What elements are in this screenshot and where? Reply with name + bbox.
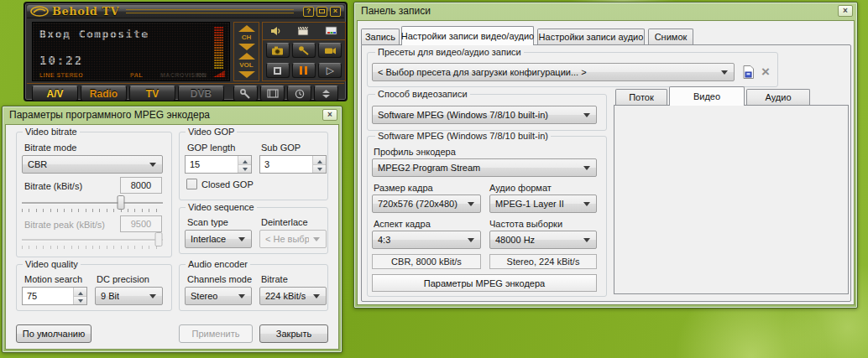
combo-value: MPEG2 Program Stream — [378, 163, 480, 173]
audio-bitrate-combo[interactable]: 224 kBit/s — [259, 287, 327, 305]
snapshot-button[interactable] — [266, 43, 290, 58]
lcd-input-text: Вход Composite — [39, 28, 149, 40]
mpeg-params-button[interactable]: Параметры MPEG энкодера — [372, 274, 597, 292]
deinterlace-combo: < Не выбра — [259, 230, 327, 248]
stop-button[interactable] — [266, 63, 290, 78]
apply-button: Применить — [179, 324, 253, 343]
spinner-buttons[interactable] — [73, 288, 86, 304]
spinner-value: 3 — [260, 156, 312, 173]
video-record-button[interactable] — [318, 43, 342, 58]
mode-button-tv[interactable]: TV — [129, 86, 175, 101]
group-caption: Video GOP — [186, 127, 237, 137]
close-button[interactable]: × — [838, 5, 853, 17]
closed-gop-checkbox[interactable] — [186, 179, 197, 189]
mode-button-dvb[interactable]: DVB — [178, 86, 224, 101]
slider-handle[interactable] — [117, 195, 124, 210]
close-dialog-button[interactable]: Закрыть — [259, 324, 328, 343]
record-panel-titlebar[interactable]: Панель записи × — [354, 3, 857, 19]
volume-down-button[interactable] — [238, 71, 255, 78]
save-preset-icon[interactable] — [741, 65, 756, 80]
tab-record[interactable]: Запись — [361, 29, 400, 44]
bitrate-peak-label: Bitrate peak (kBit/s) — [24, 220, 105, 230]
tab-snapshot[interactable]: Снимок — [648, 29, 693, 44]
scheduler-button[interactable] — [287, 86, 311, 101]
behold-tv-logo-icon — [30, 6, 49, 17]
sub-gop-spinner[interactable]: 3 — [259, 155, 327, 174]
minimize-button[interactable] — [316, 7, 327, 17]
titlebar-decor-lines — [126, 9, 294, 13]
up-down-arrows-icon — [322, 89, 331, 99]
dc-precision-combo[interactable]: 9 Bit — [95, 287, 163, 305]
preset-combo[interactable]: < Выбор пресета для загрузки конфигураци… — [372, 63, 735, 81]
mode-button-radio[interactable]: Radio — [81, 86, 127, 101]
button-label: Применить — [192, 329, 240, 339]
pause-button[interactable] — [292, 63, 316, 78]
minimize-icon — [319, 9, 325, 13]
camcorder-icon — [324, 46, 337, 55]
subtab-audio[interactable]: Аудио — [746, 89, 810, 105]
defaults-button[interactable]: По умолчанию — [16, 324, 92, 343]
audio-format-combo[interactable]: MPEG-1 Layer II — [489, 195, 597, 213]
sample-rate-combo[interactable]: 48000 Hz — [489, 231, 597, 249]
volume-up-button[interactable] — [238, 53, 255, 60]
mpeg-dialog-titlebar[interactable]: Параметры программного MPEG энкодера × — [3, 106, 342, 123]
spinner-buttons[interactable] — [238, 156, 251, 173]
clock-icon — [295, 89, 305, 99]
tab-label: Видео — [693, 91, 720, 101]
button-label: Закрыть — [276, 329, 311, 339]
motion-search-spinner[interactable]: 75 — [22, 287, 87, 305]
encoder-profile-combo[interactable]: MPEG2 Program Stream — [372, 158, 597, 177]
mode-button-label: TV — [146, 88, 159, 100]
subtab-stream[interactable]: Поток — [615, 89, 667, 105]
tab-audio-settings[interactable]: Настройки записи аудио — [537, 29, 645, 44]
behold-tv-titlebar[interactable]: Behold TV ? × — [27, 5, 344, 18]
group-caption: Способ видеозаписи — [375, 89, 470, 99]
subtab-video[interactable]: Видео — [669, 86, 745, 106]
records-button[interactable] — [260, 86, 285, 101]
delete-preset-icon[interactable]: × — [761, 65, 770, 79]
bitrate-slider[interactable] — [22, 202, 163, 204]
mode-button-label: A/V — [46, 88, 63, 100]
fold-button[interactable] — [314, 86, 338, 101]
mute-icon[interactable] — [270, 26, 281, 36]
bitrate-value: 8000 — [120, 177, 162, 194]
mpeg-dialog-client: Video bitrate Bitrate mode CBR Bitrate (… — [5, 124, 339, 350]
photo-camera-icon — [271, 46, 284, 55]
close-button[interactable]: × — [322, 109, 337, 121]
bitrate-mode-combo[interactable]: CBR — [22, 155, 163, 174]
combo-value: 720x576 (720x480) — [378, 199, 458, 209]
channels-mode-combo[interactable]: Stereo — [185, 287, 252, 305]
aspect-combo[interactable]: 4:3 — [372, 231, 481, 249]
mpeg-dialog-title: Параметры программного MPEG энкодера — [9, 109, 210, 121]
frame-size-combo[interactable]: 720x576 (720x480) — [372, 195, 481, 213]
spinner-buttons[interactable] — [312, 156, 326, 173]
desktop: Behold TV ? × Вход Composite 10:22 LINE … — [0, 0, 868, 358]
play-icon: ▷ — [327, 65, 334, 75]
volume-label: VOL — [239, 62, 253, 69]
record-panel-client: Запись Настройки записи видео/аудио Наст… — [357, 20, 855, 305]
display-icon[interactable] — [325, 26, 337, 36]
combo-value: Stereo — [191, 291, 217, 301]
tab-label: Поток — [629, 92, 654, 102]
help-button[interactable]: ? — [303, 7, 314, 17]
tab-label: Настройки записи аудио — [539, 32, 644, 42]
combo-value: 9 Bit — [101, 291, 119, 301]
channel-down-button[interactable] — [238, 44, 255, 50]
settings-button[interactable] — [233, 86, 258, 101]
close-button[interactable]: × — [330, 7, 341, 17]
spinner-value: 15 — [186, 156, 238, 173]
audio-record-button[interactable] — [292, 43, 316, 58]
mode-button-av[interactable]: A/V — [32, 86, 78, 101]
tab-video-audio-settings[interactable]: Настройки записи видео/аудио — [401, 26, 534, 45]
combo-value: CBR — [28, 159, 47, 169]
stop-icon — [274, 67, 281, 75]
gop-length-spinner[interactable]: 15 — [185, 155, 252, 174]
slider-ticks — [22, 246, 163, 249]
snapshot-clapper-icon[interactable] — [297, 26, 309, 36]
scan-type-combo[interactable]: Interlace — [185, 230, 252, 248]
record-method-combo[interactable]: Software MPEG (Windows 7/8/10 built-in) — [372, 106, 597, 124]
play-button[interactable]: ▷ — [318, 63, 342, 78]
tab-label: Аудио — [765, 92, 791, 102]
channel-up-button[interactable] — [238, 25, 255, 32]
button-label: По умолчанию — [23, 329, 85, 339]
